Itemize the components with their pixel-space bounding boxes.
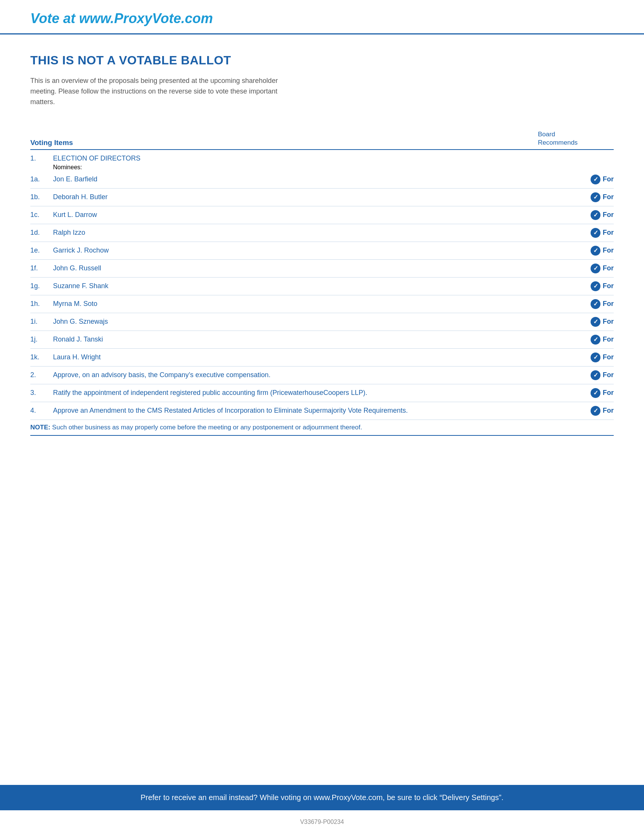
- item-num: 2.: [30, 366, 53, 384]
- table-row: 1e. Garrick J. Rochow ✓ For: [30, 241, 614, 259]
- ballot-description: This is an overview of the proposals bei…: [30, 76, 288, 108]
- table-row: 1b. Deborah H. Butler ✓ For: [30, 188, 614, 206]
- voting-items-label: Voting Items: [30, 138, 73, 146]
- board-recommends-label: BoardRecommends: [538, 130, 578, 146]
- nominees-label: Nominees:: [53, 164, 614, 171]
- check-icon: ✓: [591, 317, 601, 327]
- for-badge: ✓ For: [591, 228, 614, 238]
- item-num: 1e.: [30, 241, 53, 259]
- item-text: Kurt L. Darrow: [53, 206, 538, 224]
- note-text: NOTE: Such other business as may properl…: [30, 420, 614, 436]
- item-text: Ratify the appointment of independent re…: [53, 384, 538, 402]
- item-text: John G. Russell: [53, 259, 538, 277]
- item-text: Suzanne F. Shank: [53, 277, 538, 295]
- for-badge: ✓ For: [591, 281, 614, 291]
- check-icon: ✓: [591, 335, 601, 344]
- item-text: Approve, on an advisory basis, the Compa…: [53, 366, 538, 384]
- item-text: Approve an Amendment to the CMS Restated…: [53, 402, 538, 420]
- item-text: Laura H. Wright: [53, 348, 538, 366]
- for-badge: ✓ For: [591, 370, 614, 380]
- item-recommend: ✓ For: [538, 348, 614, 366]
- table-row: 1f. John G. Russell ✓ For: [30, 259, 614, 277]
- table-row: 4. Approve an Amendment to the CMS Resta…: [30, 402, 614, 420]
- item-recommend: ✓ For: [538, 366, 614, 384]
- item-num: 3.: [30, 384, 53, 402]
- for-badge: ✓ For: [591, 246, 614, 256]
- item-text: Myrna M. Soto: [53, 295, 538, 313]
- item-recommend: ✓ For: [538, 402, 614, 420]
- check-icon: ✓: [591, 246, 601, 256]
- item-recommend: ✓ For: [538, 331, 614, 348]
- table-row: 1h. Myrna M. Soto ✓ For: [30, 295, 614, 313]
- footer-banner: Prefer to receive an email instead? Whil…: [0, 785, 644, 810]
- for-badge: ✓ For: [591, 406, 614, 416]
- check-icon: ✓: [591, 406, 601, 416]
- table-row: 3. Ratify the appointment of independent…: [30, 384, 614, 402]
- table-row: 1g. Suzanne F. Shank ✓ For: [30, 277, 614, 295]
- check-icon: ✓: [591, 352, 601, 362]
- for-badge: ✓ For: [591, 352, 614, 362]
- table-row: 1k. Laura H. Wright ✓ For: [30, 348, 614, 366]
- for-badge: ✓ For: [591, 388, 614, 398]
- item-text: Deborah H. Butler: [53, 188, 538, 206]
- item-recommend: ✓ For: [538, 206, 614, 224]
- item-recommend: ✓ For: [538, 171, 614, 188]
- footer-code: V33679-P00234: [0, 819, 644, 825]
- item-text: Garrick J. Rochow: [53, 241, 538, 259]
- content-area: THIS IS NOT A VOTABLE BALLOT This is an …: [0, 34, 644, 436]
- note-bold: NOTE:: [30, 424, 50, 431]
- item-text: John G. Sznewajs: [53, 313, 538, 331]
- item-recommend: ✓ For: [538, 384, 614, 402]
- item-num: 1f.: [30, 259, 53, 277]
- item-recommend: ✓ For: [538, 277, 614, 295]
- for-badge: ✓ For: [591, 210, 614, 220]
- footer-banner-text: Prefer to receive an email instead? Whil…: [140, 793, 504, 802]
- item-num: 1d.: [30, 224, 53, 241]
- item-num: 1h.: [30, 295, 53, 313]
- note-content: Such other business as may properly come…: [50, 424, 362, 431]
- for-badge: ✓ For: [591, 299, 614, 309]
- item-num: 1c.: [30, 206, 53, 224]
- check-icon: ✓: [591, 370, 601, 380]
- table-row: 1j. Ronald J. Tanski ✓ For: [30, 331, 614, 348]
- check-icon: ✓: [591, 264, 601, 273]
- section-text: ELECTION OF DIRECTORS: [53, 150, 614, 164]
- item-num: 1g.: [30, 277, 53, 295]
- for-badge: ✓ For: [591, 335, 614, 344]
- item-recommend: ✓ For: [538, 224, 614, 241]
- item-num: 1k.: [30, 348, 53, 366]
- item-num: 1b.: [30, 188, 53, 206]
- section-row: 1. ELECTION OF DIRECTORS: [30, 150, 614, 164]
- table-header-row: Voting Items BoardRecommends: [30, 130, 614, 150]
- item-text: Ralph Izzo: [53, 224, 538, 241]
- item-recommend: ✓ For: [538, 188, 614, 206]
- nominees-label-row: Nominees:: [30, 164, 614, 171]
- check-icon: ✓: [591, 175, 601, 184]
- item-recommend: ✓ For: [538, 241, 614, 259]
- table-row: 2. Approve, on an advisory basis, the Co…: [30, 366, 614, 384]
- item-text: Ronald J. Tanski: [53, 331, 538, 348]
- voting-table: Voting Items BoardRecommends 1. ELECTION…: [30, 130, 614, 436]
- for-badge: ✓ For: [591, 264, 614, 273]
- table-row: 1d. Ralph Izzo ✓ For: [30, 224, 614, 241]
- check-icon: ✓: [591, 192, 601, 202]
- item-recommend: ✓ For: [538, 259, 614, 277]
- header-title: Vote at www.ProxyVote.com: [30, 11, 213, 26]
- for-badge: ✓ For: [591, 317, 614, 327]
- table-row: 1c. Kurt L. Darrow ✓ For: [30, 206, 614, 224]
- item-text: Jon E. Barfield: [53, 171, 538, 188]
- check-icon: ✓: [591, 228, 601, 238]
- item-recommend: ✓ For: [538, 313, 614, 331]
- item-recommend: ✓ For: [538, 295, 614, 313]
- for-badge: ✓ For: [591, 175, 614, 184]
- item-num: 1a.: [30, 171, 53, 188]
- table-row: 1i. John G. Sznewajs ✓ For: [30, 313, 614, 331]
- note-row: NOTE: Such other business as may properl…: [30, 420, 614, 436]
- for-badge: ✓ For: [591, 192, 614, 202]
- item-num: 4.: [30, 402, 53, 420]
- check-icon: ✓: [591, 388, 601, 398]
- check-icon: ✓: [591, 299, 601, 309]
- header: Vote at www.ProxyVote.com: [0, 0, 644, 34]
- table-row: 1a. Jon E. Barfield ✓ For: [30, 171, 614, 188]
- section-number: 1.: [30, 150, 53, 164]
